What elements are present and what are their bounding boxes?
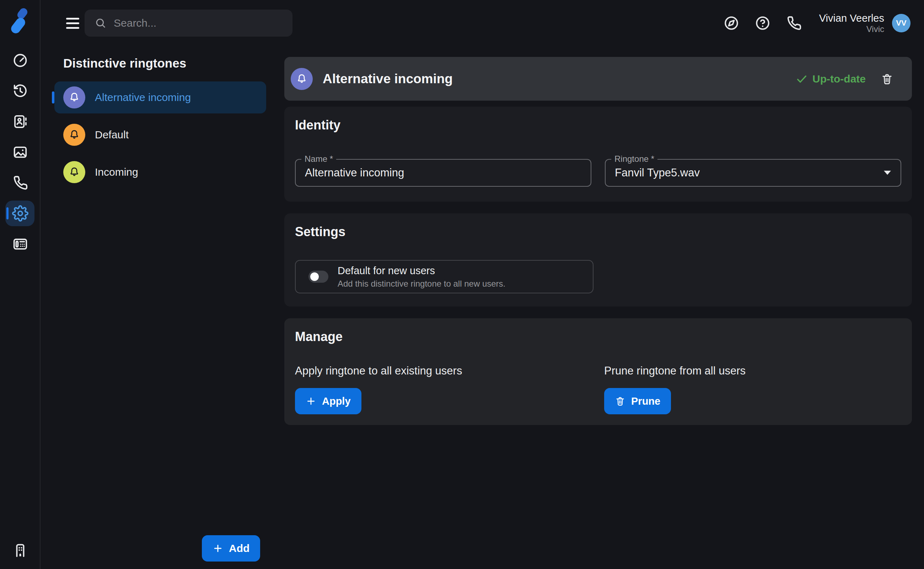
apply-button-label: Apply xyxy=(322,396,351,407)
compass-button[interactable] xyxy=(723,15,740,31)
menu-toggle-button[interactable] xyxy=(66,16,80,30)
trash-icon xyxy=(881,73,894,85)
user-org: Vivic xyxy=(819,24,884,34)
ringtone-avatar xyxy=(63,87,85,108)
search-icon xyxy=(94,17,107,29)
rail-nav xyxy=(0,45,41,259)
list-item-default[interactable]: Default xyxy=(55,119,266,151)
building-icon xyxy=(12,542,29,558)
name-field-label: Name * xyxy=(301,154,336,164)
app-logo-icon xyxy=(9,8,31,35)
list-item-alternative-incoming[interactable]: Alternative incoming xyxy=(55,81,266,113)
settings-section: Settings Default for new users Add this … xyxy=(284,213,912,307)
sidebar-item-contacts[interactable] xyxy=(0,106,41,137)
sidebar-item-company[interactable] xyxy=(0,542,41,558)
fax-icon xyxy=(12,236,29,252)
softphone-button[interactable] xyxy=(786,15,802,31)
toggle-label: Default for new users xyxy=(338,265,505,277)
check-icon xyxy=(796,73,807,85)
prune-description: Prune ringtone from all users xyxy=(604,365,901,377)
list-item-label: Incoming xyxy=(95,166,138,178)
detail-title: Alternative incoming xyxy=(323,72,453,87)
user-menu[interactable]: Vivian Veerles Vivic xyxy=(819,12,884,34)
trash-icon xyxy=(615,396,625,406)
bell-icon xyxy=(68,91,81,104)
bell-icon xyxy=(68,128,81,141)
plus-icon xyxy=(306,396,316,406)
ringtone-select-value: Fanvil Type5.wav xyxy=(615,166,700,179)
ringtone-avatar xyxy=(291,68,313,90)
help-icon xyxy=(754,15,771,31)
ringtone-list: Alternative incoming Default Incoming xyxy=(55,81,266,188)
identity-heading: Identity xyxy=(295,117,901,133)
ringtone-detail: Alternative incoming Up-to-date Identity xyxy=(284,46,912,425)
gauge-icon xyxy=(12,52,29,68)
list-item-label: Default xyxy=(95,129,129,141)
ringtone-select-label: Ringtone * xyxy=(611,154,657,164)
phone-icon xyxy=(786,15,802,31)
prune-button[interactable]: Prune xyxy=(604,388,671,414)
toggle-description: Add this distinctive ringtone to all new… xyxy=(338,279,505,289)
name-field[interactable]: Name * Alternative incoming xyxy=(295,159,591,187)
list-item-label: Alternative incoming xyxy=(95,91,191,103)
ringtone-avatar xyxy=(63,124,85,146)
apply-description: Apply ringtone to all existing users xyxy=(295,365,604,377)
ringtone-select[interactable]: Ringtone * Fanvil Type5.wav xyxy=(605,159,901,187)
add-ringtone-button[interactable]: Add xyxy=(202,535,260,561)
user-avatar-initials: VV xyxy=(896,18,906,28)
plus-icon xyxy=(212,543,223,554)
settings-heading: Settings xyxy=(295,224,901,240)
contact-card-icon xyxy=(12,113,29,130)
sidebar-item-devices[interactable] xyxy=(0,229,41,259)
prune-column: Prune ringtone from all users Prune xyxy=(604,365,901,414)
add-button-label: Add xyxy=(229,542,249,554)
sidebar-item-history[interactable] xyxy=(0,76,41,106)
search-input[interactable] xyxy=(114,17,293,29)
name-field-value: Alternative incoming xyxy=(305,166,404,179)
default-for-new-users-row: Default for new users Add this distincti… xyxy=(295,260,593,294)
status-badge: Up-to-date xyxy=(796,73,866,85)
default-for-new-users-toggle[interactable] xyxy=(308,271,328,283)
status-label: Up-to-date xyxy=(812,73,866,85)
topbar-right: Vivian Veerles Vivic VV xyxy=(708,0,910,46)
search-box xyxy=(85,10,293,37)
list-item-incoming[interactable]: Incoming xyxy=(55,156,266,188)
gear-icon xyxy=(12,205,29,222)
sidebar-item-dashboard[interactable] xyxy=(0,45,41,76)
detail-header-card: Alternative incoming Up-to-date xyxy=(284,57,912,100)
app-rail xyxy=(0,0,41,569)
phone-icon xyxy=(12,175,29,191)
sidebar-item-media[interactable] xyxy=(0,137,41,167)
history-icon xyxy=(12,83,29,99)
app-logo[interactable] xyxy=(9,8,31,35)
sidebar-item-calls[interactable] xyxy=(0,167,41,198)
manage-section: Manage Apply ringtone to all existing us… xyxy=(284,318,912,425)
prune-button-label: Prune xyxy=(631,396,660,407)
page-title: Distinctive ringtones xyxy=(63,56,186,70)
sidebar-item-settings[interactable] xyxy=(0,198,41,229)
chevron-down-icon xyxy=(883,170,891,175)
ringtone-avatar xyxy=(63,161,85,183)
bell-icon xyxy=(68,166,81,178)
bell-icon xyxy=(295,73,308,85)
help-button[interactable] xyxy=(754,15,771,31)
user-avatar[interactable]: VV xyxy=(892,14,910,32)
image-icon xyxy=(12,144,29,160)
topbar: Vivian Veerles Vivic VV xyxy=(41,0,924,46)
delete-ringtone-button[interactable] xyxy=(881,73,894,85)
identity-section: Identity Name * Alternative incoming Rin… xyxy=(284,107,912,202)
manage-heading: Manage xyxy=(295,329,901,345)
apply-column: Apply ringtone to all existing users App… xyxy=(295,365,604,414)
apply-button[interactable]: Apply xyxy=(295,388,361,414)
user-name: Vivian Veerles xyxy=(819,12,884,24)
compass-icon xyxy=(723,15,740,31)
